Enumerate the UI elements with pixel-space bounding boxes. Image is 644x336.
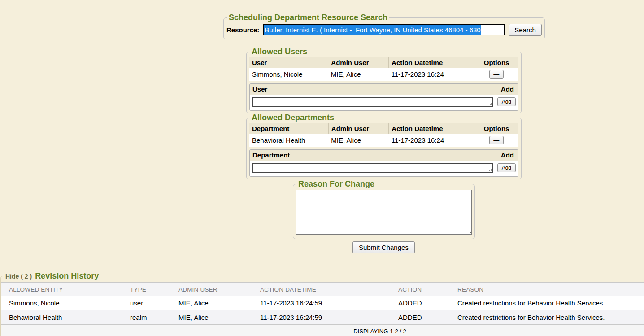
add-department-button[interactable]: Add <box>497 163 516 172</box>
allowed-users-legend: Allowed Users <box>250 48 309 56</box>
reason-for-change-legend: Reason For Change <box>296 180 376 188</box>
search-button[interactable]: Search <box>509 24 542 36</box>
revision-history-header-row: ALLOWED ENTITY TYPE ADMIN USER ACTION DA… <box>1 282 644 296</box>
allowed-users-table: User Admin User Action Datetime Options … <box>249 57 518 81</box>
revision-history-footer-row: DISPLAYING 1-2 / 2 <box>1 324 644 336</box>
user-name-cell: Simmons, Nicole <box>249 68 328 81</box>
col-allowed-entity: ALLOWED ENTITY <box>1 282 122 296</box>
type-cell: user <box>122 296 170 310</box>
add-department-row: Add <box>250 161 518 176</box>
sort-action-link[interactable]: ACTION <box>398 286 422 293</box>
revision-row: Behavioral Health realm MIE, Alice 11-17… <box>1 310 644 324</box>
sort-type-link[interactable]: TYPE <box>130 286 146 293</box>
reason-cell: Created restrictions for Behavior Health… <box>449 310 644 324</box>
resource-label: Resource: <box>226 26 259 34</box>
submit-changes-button[interactable]: Submit Changes <box>352 241 415 253</box>
add-user-row: Add <box>250 95 518 110</box>
datetime-cell: 11-17-2023 16:24:59 <box>252 310 390 324</box>
allowed-departments-fieldset: Allowed Departments Department Admin Use… <box>246 113 522 179</box>
allowed-users-header-row: User Admin User Action Datetime Options <box>249 57 518 68</box>
add-department-box-header: Department Add <box>250 150 518 161</box>
add-user-input-wrap <box>252 97 493 107</box>
allowed-departments-header-row: Department Admin User Action Datetime Op… <box>249 123 518 134</box>
admin-user-cell: MIE, Alice <box>328 68 389 81</box>
col-action-datetime: ACTION DATETIME <box>252 282 390 296</box>
sort-reason-link[interactable]: REASON <box>457 286 483 293</box>
options-cell: — <box>474 68 518 81</box>
allowed-users-row: Simmons, Nicole MIE, Alice 11-17-2023 16… <box>249 68 518 81</box>
entity-cell: Behavioral Health <box>1 310 122 324</box>
allowed-users-fieldset: Allowed Users User Admin User Action Dat… <box>246 48 522 113</box>
page: Scheduling Department Resource Search Re… <box>0 0 644 336</box>
add-user-entity-label: User <box>252 85 267 93</box>
add-user-add-label: Add <box>501 85 514 93</box>
col-admin-user: ADMIN USER <box>170 282 252 296</box>
reason-for-change-textarea[interactable] <box>296 190 472 235</box>
remove-user-button[interactable]: — <box>489 70 504 79</box>
revision-history-fieldset: Hide ( 2 ) Revision History ALLOWED ENTI… <box>0 272 644 336</box>
add-department-entity-label: Department <box>252 151 290 159</box>
action-datetime-cell: 11-17-2023 16:24 <box>389 134 474 147</box>
hide-revision-history-link[interactable]: Hide ( 2 ) <box>5 273 32 280</box>
col-admin-user: Admin User <box>328 57 389 68</box>
department-name-cell: Behavioral Health <box>249 134 328 147</box>
add-department-add-label: Add <box>501 151 514 159</box>
col-admin-user: Admin User <box>328 123 389 134</box>
col-action-datetime: Action Datetime <box>389 57 474 68</box>
action-cell: ADDED <box>390 310 449 324</box>
add-user-box: User Add Add <box>249 83 518 111</box>
resource-search-row: Resource: Butler, Internist E. ( Interni… <box>226 23 542 37</box>
resource-input[interactable]: Butler, Internist E. ( Internist - Fort … <box>263 24 505 35</box>
resource-search-fieldset: Scheduling Department Resource Search Re… <box>223 13 545 39</box>
allowed-departments-table: Department Admin User Action Datetime Op… <box>249 123 518 147</box>
revision-row: Simmons, Nicole user MIE, Alice 11-17-20… <box>1 296 644 310</box>
remove-department-button[interactable]: — <box>489 136 504 144</box>
type-cell: realm <box>122 310 170 324</box>
resource-input-selected-text: Butler, Internist E. ( Internist - Fort … <box>264 25 481 35</box>
revision-history-table: ALLOWED ENTITY TYPE ADMIN USER ACTION DA… <box>1 282 644 336</box>
revision-history-title: Revision History <box>35 272 99 280</box>
sort-allowed-entity-link[interactable]: ALLOWED ENTITY <box>9 286 63 293</box>
revision-history-legend: Hide ( 2 ) Revision History <box>4 272 100 280</box>
col-action: ACTION <box>390 282 449 296</box>
allowed-departments-row: Behavioral Health MIE, Alice 11-17-2023 … <box>249 134 518 147</box>
options-cell: — <box>474 134 518 147</box>
sort-admin-user-link[interactable]: ADMIN USER <box>178 286 218 293</box>
add-user-input[interactable] <box>252 97 493 107</box>
add-department-input[interactable] <box>252 163 493 173</box>
action-datetime-cell: 11-17-2023 16:24 <box>389 68 474 81</box>
admin-cell: MIE, Alice <box>170 296 252 310</box>
datetime-cell: 11-17-2023 16:24:59 <box>252 296 390 310</box>
entity-cell: Simmons, Nicole <box>1 296 122 310</box>
col-options: Options <box>474 57 518 68</box>
add-department-box: Department Add Add <box>249 149 518 177</box>
col-reason: REASON <box>449 282 644 296</box>
reason-cell: Created restrictions for Behavior Health… <box>449 296 644 310</box>
add-user-box-header: User Add <box>250 84 518 95</box>
resource-search-legend: Scheduling Department Resource Search <box>227 13 389 22</box>
col-action-datetime: Action Datetime <box>389 123 474 134</box>
reason-for-change-fieldset: Reason For Change <box>293 180 475 239</box>
action-cell: ADDED <box>390 296 449 310</box>
col-type: TYPE <box>122 282 170 296</box>
allowed-departments-legend: Allowed Departments <box>250 113 336 122</box>
col-user: User <box>249 57 328 68</box>
admin-user-cell: MIE, Alice <box>328 134 389 147</box>
sort-action-datetime-link[interactable]: ACTION DATETIME <box>260 286 316 293</box>
admin-cell: MIE, Alice <box>170 310 252 324</box>
add-user-button[interactable]: Add <box>497 97 516 106</box>
col-department: Department <box>249 123 328 134</box>
paging-status: DISPLAYING 1-2 / 2 <box>1 324 644 336</box>
add-department-input-wrap <box>252 163 493 173</box>
col-options: Options <box>474 123 518 134</box>
